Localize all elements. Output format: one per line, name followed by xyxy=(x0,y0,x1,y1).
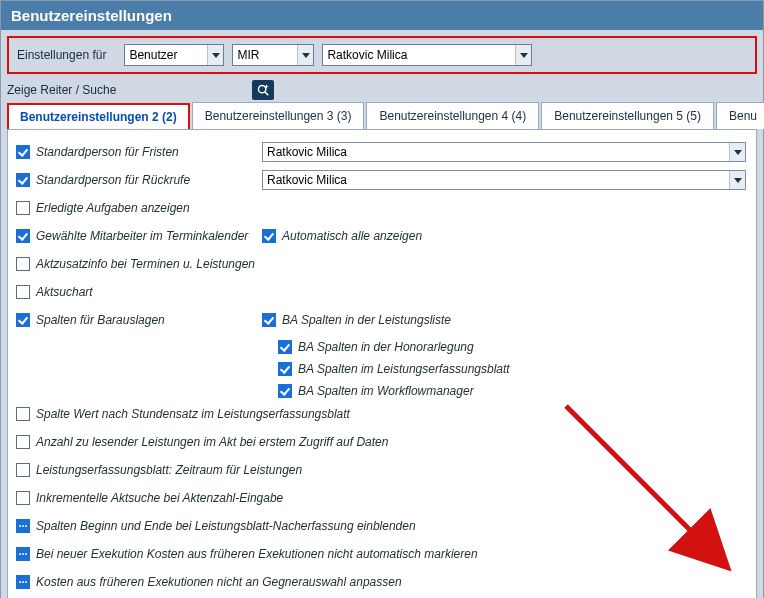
window-title: Benutzereinstellungen xyxy=(1,1,763,30)
window: Benutzereinstellungen Einstellungen für … xyxy=(0,0,764,598)
label-kosten-gegnerauswahl: Kosten aus früheren Exekutionen nicht an… xyxy=(36,575,402,589)
checkbox-erledigte-aufgaben[interactable] xyxy=(16,201,30,215)
checkbox-ba-honorarlegung[interactable] xyxy=(278,340,292,354)
search-icon[interactable] xyxy=(252,80,274,100)
search-row: Zeige Reiter / Suche xyxy=(7,80,757,100)
checkbox-neue-exekution[interactable]: ··· xyxy=(16,547,30,561)
content-panel: Standardperson für Fristen Ratkovic Mili… xyxy=(7,129,757,598)
label-spalten-barauslagen: Spalten für Barauslagen xyxy=(36,313,165,327)
checkbox-kosten-gegnerauswahl[interactable]: ··· xyxy=(16,575,30,589)
checkbox-gewaehlte-mitarbeiter[interactable] xyxy=(16,229,30,243)
label-ba-workflowmanager: BA Spalten im Workflowmanager xyxy=(298,384,474,398)
checkbox-inkrementelle-aktsuche[interactable] xyxy=(16,491,30,505)
tab-settings-3[interactable]: Benutzereinstellungen 3 (3) xyxy=(192,102,365,129)
chevron-down-icon xyxy=(297,45,313,65)
checkbox-spalte-wert-stundensatz[interactable] xyxy=(16,407,30,421)
checkbox-ba-workflowmanager[interactable] xyxy=(278,384,292,398)
label-automatisch-alle: Automatisch alle anzeigen xyxy=(282,229,422,243)
checkbox-aktzusatzinfo[interactable] xyxy=(16,257,30,271)
settings-for-select[interactable]: Benutzer xyxy=(124,44,224,66)
tab-settings-2[interactable]: Benutzereinstellungen 2 (2) xyxy=(7,103,190,129)
checkbox-ba-leistungsliste[interactable] xyxy=(262,313,276,327)
label-aktsuchart: Aktsuchart xyxy=(36,285,93,299)
chevron-down-icon xyxy=(207,45,223,65)
checkbox-spalten-beginn-ende[interactable]: ··· xyxy=(16,519,30,533)
select-standardperson-fristen[interactable]: Ratkovic Milica xyxy=(262,142,746,162)
checkbox-standardperson-rueckrufe[interactable] xyxy=(16,173,30,187)
svg-point-0 xyxy=(259,85,266,92)
label-zeitraum-leistungen: Leistungserfassungsblatt: Zeitraum für L… xyxy=(36,463,302,477)
checkbox-automatisch-alle[interactable] xyxy=(262,229,276,243)
chevron-down-icon xyxy=(729,143,745,161)
filter-row: Einstellungen für Benutzer MIR Ratkovic … xyxy=(7,36,757,74)
tab-bar: Benutzereinstellungen 2 (2) Benutzereins… xyxy=(7,102,757,129)
label-neue-exekution: Bei neuer Exekution Kosten aus früheren … xyxy=(36,547,478,561)
label-spalten-beginn-ende: Spalten Beginn und Ende bei Leistungsbla… xyxy=(36,519,416,533)
label-anzahl-leistungen: Anzahl zu lesender Leistungen im Akt bei… xyxy=(36,435,388,449)
label-ba-leistungserfassungsblatt: BA Spalten im Leistungserfassungsblatt xyxy=(298,362,510,376)
label-ba-honorarlegung: BA Spalten in der Honorarlegung xyxy=(298,340,474,354)
select-standardperson-rueckrufe[interactable]: Ratkovic Milica xyxy=(262,170,746,190)
user-code-select[interactable]: MIR xyxy=(232,44,314,66)
label-standardperson-fristen: Standardperson für Fristen xyxy=(36,145,179,159)
filter-label: Einstellungen für xyxy=(17,48,106,62)
tab-settings-5[interactable]: Benutzereinstellungen 5 (5) xyxy=(541,102,714,129)
label-spalte-wert-stundensatz: Spalte Wert nach Stundensatz im Leistung… xyxy=(36,407,350,421)
tab-settings-more[interactable]: Benu xyxy=(716,102,764,129)
checkbox-aktsuchart[interactable] xyxy=(16,285,30,299)
checkbox-anzahl-leistungen[interactable] xyxy=(16,435,30,449)
checkbox-standardperson-fristen[interactable] xyxy=(16,145,30,159)
user-name-select[interactable]: Ratkovic Milica xyxy=(322,44,532,66)
label-inkrementelle-aktsuche: Inkrementelle Aktsuche bei Aktenzahl-Ein… xyxy=(36,491,283,505)
checkbox-zeitraum-leistungen[interactable] xyxy=(16,463,30,477)
svg-line-1 xyxy=(265,92,269,96)
label-erledigte-aufgaben: Erledigte Aufgaben anzeigen xyxy=(36,201,190,215)
tab-settings-4[interactable]: Benutzereinstellungen 4 (4) xyxy=(366,102,539,129)
chevron-down-icon xyxy=(729,171,745,189)
label-aktzusatzinfo: Aktzusatzinfo bei Terminen u. Leistungen xyxy=(36,257,255,271)
checkbox-ba-leistungserfassungsblatt[interactable] xyxy=(278,362,292,376)
label-gewaehlte-mitarbeiter: Gewählte Mitarbeiter im Terminkalender xyxy=(36,229,248,243)
chevron-down-icon xyxy=(515,45,531,65)
checkbox-spalten-barauslagen[interactable] xyxy=(16,313,30,327)
label-standardperson-rueckrufe: Standardperson für Rückrufe xyxy=(36,173,190,187)
search-label: Zeige Reiter / Suche xyxy=(7,83,116,97)
label-ba-leistungsliste: BA Spalten in der Leistungsliste xyxy=(282,313,451,327)
